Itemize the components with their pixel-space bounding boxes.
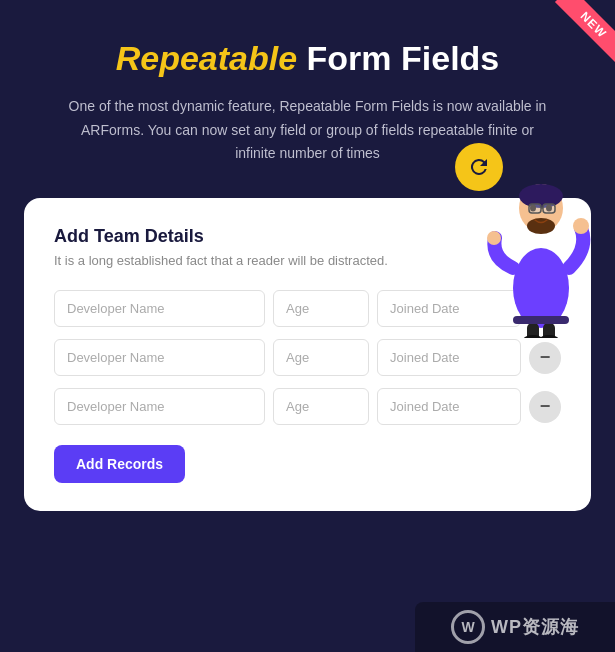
svg-rect-10	[513, 316, 569, 324]
developer-field-3	[54, 388, 265, 425]
new-ribbon: NEW	[535, 0, 615, 80]
age-field-3	[273, 388, 369, 425]
title-rest: Form Fields	[297, 39, 499, 77]
age-input-2[interactable]	[273, 339, 369, 376]
form-row-2: −	[54, 339, 561, 376]
character-illustration	[481, 118, 601, 338]
date-input-2[interactable]	[377, 339, 521, 376]
remove-row-button-2[interactable]: −	[529, 342, 561, 374]
main-title: Repeatable Form Fields	[40, 38, 575, 79]
developer-input-3[interactable]	[54, 388, 265, 425]
title-highlight: Repeatable	[116, 39, 297, 77]
developer-input-2[interactable]	[54, 339, 265, 376]
card-wrapper: Add Team Details It is a long establishe…	[24, 198, 591, 511]
date-input-3[interactable]	[377, 388, 521, 425]
svg-point-9	[539, 335, 559, 338]
developer-field-1	[54, 290, 265, 327]
svg-rect-13	[529, 204, 541, 213]
age-field-2	[273, 339, 369, 376]
svg-point-8	[523, 335, 543, 338]
developer-field-2	[54, 339, 265, 376]
svg-point-4	[573, 218, 589, 234]
add-records-button[interactable]: Add Records	[54, 445, 185, 483]
age-input-3[interactable]	[273, 388, 369, 425]
remove-row-button-3[interactable]: −	[529, 391, 561, 423]
new-ribbon-label: NEW	[555, 0, 615, 64]
svg-rect-14	[543, 204, 555, 213]
svg-point-5	[487, 231, 501, 245]
age-field-1	[273, 290, 369, 327]
wp-watermark-text: WP资源海	[491, 615, 579, 639]
wp-circle-icon: W	[451, 610, 485, 644]
age-input-1[interactable]	[273, 290, 369, 327]
date-field-2	[377, 339, 521, 376]
svg-point-3	[527, 218, 555, 234]
form-row-3: −	[54, 388, 561, 425]
refresh-icon	[455, 143, 503, 191]
wp-watermark: W WP资源海	[415, 602, 615, 652]
date-field-3	[377, 388, 521, 425]
developer-input-1[interactable]	[54, 290, 265, 327]
